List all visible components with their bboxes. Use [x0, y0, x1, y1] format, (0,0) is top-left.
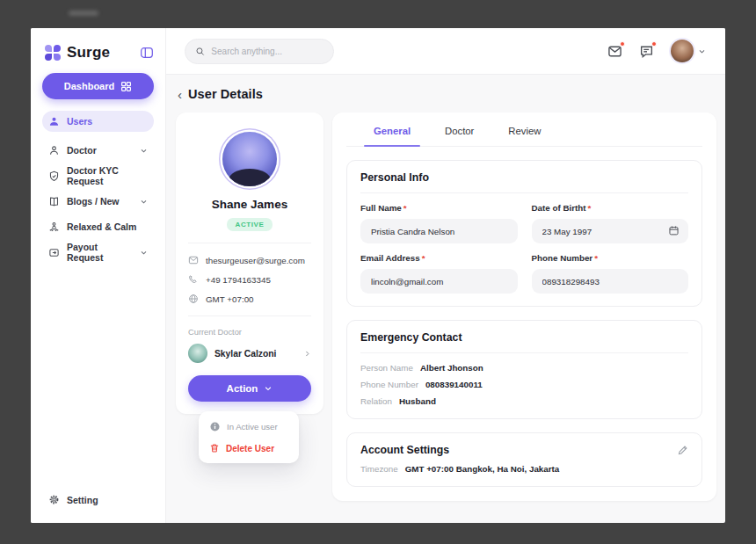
section-title: Account Settings	[360, 444, 449, 456]
phone-icon	[188, 274, 199, 285]
backdrop-artifact	[69, 11, 98, 16]
shield-check-icon	[48, 170, 60, 182]
field-phone-number: Phone Number*	[532, 253, 689, 294]
full-name-input[interactable]	[360, 219, 518, 243]
user-timezone-row: GMT +07:00	[188, 294, 311, 304]
date-of-birth-input[interactable]	[532, 219, 689, 243]
mail-icon[interactable]	[607, 44, 622, 59]
blog-icon	[48, 196, 60, 207]
doctor-name: Skylar Calzoni	[214, 349, 276, 359]
chevron-right-icon	[303, 350, 311, 358]
sidebar-item-setting[interactable]: Setting	[42, 494, 154, 511]
info-icon	[209, 421, 221, 432]
emergency-person-name-row: Person Name Albert Jhonson	[360, 363, 688, 373]
user-avatar	[671, 40, 694, 62]
timezone-row: Timezone GMT +07:00 Bangkok, Ha Noi, Jak…	[360, 464, 688, 474]
grid-icon	[120, 81, 132, 92]
action-button[interactable]: Action	[188, 375, 311, 402]
emergency-contact-section: Emergency Contact Person Name Albert Jho…	[346, 320, 702, 419]
topbar	[166, 28, 725, 75]
tab-bar: General Doctor Review	[346, 112, 702, 147]
app-window: Surge Dashboard Users Doctor Doctor KYC …	[31, 28, 725, 523]
phone-number-input[interactable]	[532, 269, 689, 294]
notification-dot	[620, 41, 625, 47]
logo-text: Surge	[67, 44, 110, 62]
dashboard-label: Dashboard	[64, 81, 114, 91]
chat-icon[interactable]	[639, 44, 654, 59]
profile-avatar	[222, 132, 277, 186]
sidebar: Surge Dashboard Users Doctor Doctor KYC …	[31, 28, 166, 523]
sidebar-item-doctor-kyc-request[interactable]: Doctor KYC Request	[42, 169, 154, 183]
required-mark: *	[588, 203, 592, 213]
mail-icon	[188, 255, 199, 265]
page-title: User Details	[188, 87, 263, 101]
sidebar-item-doctor[interactable]: Doctor	[42, 143, 154, 157]
account-menu[interactable]	[671, 40, 706, 62]
action-dropdown-menu: In Active user Delete User	[199, 411, 299, 463]
user-details-panel: General Doctor Review Personal Info Full…	[332, 112, 716, 501]
sidebar-item-dashboard[interactable]: Dashboard	[42, 73, 154, 99]
field-date-of-birth: Date of Birtht*	[532, 203, 689, 243]
search-input[interactable]	[211, 47, 323, 56]
current-doctor-label: Current Doctor	[188, 328, 311, 337]
doctor-icon	[48, 145, 60, 156]
meditation-icon	[48, 221, 60, 233]
emergency-relation-row: Relation Husband	[360, 396, 688, 406]
chevron-down-icon	[140, 249, 148, 257]
current-doctor-row[interactable]: Skylar Calzoni	[188, 344, 311, 363]
user-phone-row: +49 1794163345	[188, 274, 311, 285]
gear-icon	[48, 494, 60, 505]
section-title: Personal Info	[360, 171, 429, 184]
search-icon	[195, 46, 205, 57]
calendar-icon[interactable]	[668, 225, 680, 236]
sidebar-collapse-icon[interactable]	[140, 46, 154, 60]
sidebar-nav: Users Doctor Doctor KYC Request Blogs / …	[42, 111, 154, 259]
required-mark: *	[594, 253, 598, 263]
sidebar-item-payout-request[interactable]: Payout Request	[42, 245, 154, 259]
sidebar-item-users[interactable]: Users	[42, 111, 154, 132]
users-icon	[48, 116, 60, 127]
chevron-down-icon	[698, 47, 706, 55]
status-badge: ACTIVE	[227, 218, 273, 231]
sidebar-item-relaxed-calm[interactable]: Relaxed & Calm	[42, 220, 154, 234]
trash-icon	[209, 443, 220, 453]
user-email-row: thesurgeuser@surge.com	[188, 255, 311, 265]
tab-doctor[interactable]: Doctor	[445, 126, 474, 146]
emergency-phone-row: Phone Number 080839140011	[360, 380, 688, 389]
tab-review[interactable]: Review	[508, 126, 541, 146]
required-mark: *	[422, 253, 425, 263]
globe-icon	[188, 294, 199, 304]
field-email-address: Email Address*	[360, 253, 518, 294]
section-title: Emergency Contact	[360, 331, 462, 344]
menu-item-inactive-user[interactable]: In Active user	[209, 421, 288, 432]
chevron-down-icon	[140, 147, 148, 155]
chevron-down-icon	[140, 198, 148, 206]
content: ‹ User Details Shane James ACTIVE the	[166, 75, 725, 523]
personal-info-section: Personal Info Full Name* Date of Birtht*	[346, 160, 702, 307]
logo: Surge	[42, 44, 154, 62]
edit-pencil-icon[interactable]	[677, 445, 688, 456]
user-profile-card: Shane James ACTIVE thesurgeuser@surge.co…	[176, 112, 323, 414]
menu-item-delete-user[interactable]: Delete User	[209, 443, 288, 453]
user-name: Shane James	[188, 198, 311, 211]
required-mark: *	[403, 203, 407, 213]
field-full-name: Full Name*	[360, 203, 518, 243]
doctor-avatar	[188, 344, 207, 363]
email-address-input[interactable]	[360, 269, 518, 294]
search-bar[interactable]	[185, 39, 334, 64]
tab-general[interactable]: General	[374, 126, 411, 146]
back-chevron-icon[interactable]: ‹	[178, 88, 182, 101]
account-settings-section: Account Settings Timezone GMT +07:00 Ban…	[346, 432, 702, 487]
notification-dot	[651, 41, 657, 47]
surge-logo-icon	[45, 45, 61, 61]
main-area: ‹ User Details Shane James ACTIVE the	[166, 28, 725, 523]
chevron-down-icon	[264, 384, 273, 393]
sidebar-item-blogs-new[interactable]: Blogs / New	[42, 194, 154, 208]
payout-icon	[48, 247, 60, 258]
